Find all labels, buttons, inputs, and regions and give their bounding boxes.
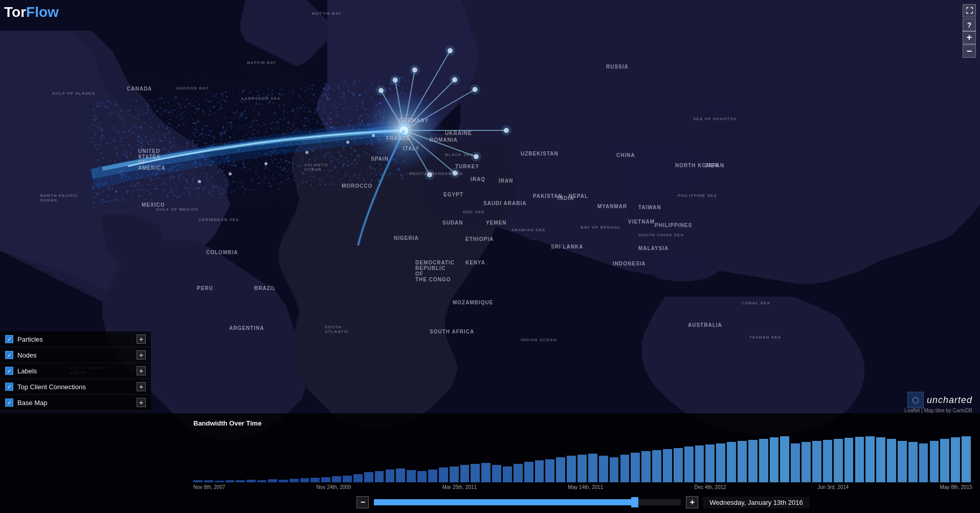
layer-checkbox-particles[interactable] [5, 335, 13, 343]
date-labels: Nov 8th, 2007Nov 24th, 2009Mar 25th, 201… [193, 484, 972, 490]
chart-bar [684, 447, 694, 482]
chart-bar [940, 439, 949, 483]
top-right-controls: ⛶ ? [963, 4, 976, 32]
chart-bar [343, 476, 352, 483]
chart-bar [386, 470, 395, 482]
chart-bar [930, 441, 939, 482]
title-tor: Tor [4, 4, 26, 20]
chart-bar [641, 451, 651, 482]
help-button[interactable]: ? [963, 18, 976, 32]
chart-bar [407, 470, 416, 482]
date-label: Mar 25th, 2011 [442, 484, 477, 490]
chart-bar [951, 437, 960, 482]
layer-item-nodes[interactable]: Nodes + [0, 347, 151, 363]
chart-bar [321, 477, 330, 482]
chart-bar [428, 470, 437, 482]
chart-bar [599, 456, 608, 482]
chart-bar [919, 443, 928, 483]
chart-bar [695, 445, 704, 482]
chart-bar [652, 450, 661, 482]
scrubber-fill [374, 499, 635, 505]
chart-bar [300, 478, 309, 482]
layer-item-labels[interactable]: Labels + [0, 363, 151, 379]
scrubber-thumb[interactable] [631, 497, 638, 507]
fullscreen-button[interactable]: ⛶ [963, 4, 976, 17]
chart-bar [791, 443, 800, 483]
chart-bar [876, 437, 885, 482]
layer-controls: Particles + Nodes + Labels + Top Client … [0, 331, 151, 411]
chart-bar [257, 480, 266, 483]
chart-bar [620, 455, 630, 482]
chart-bar [215, 481, 224, 482]
chart-bar [780, 436, 789, 482]
chart-bar [738, 441, 747, 482]
chart-bar [524, 462, 533, 483]
scrubber-minus-button[interactable]: − [357, 496, 369, 508]
scrubber-plus-button[interactable]: + [686, 496, 698, 508]
layer-add-top-client-connections[interactable]: + [137, 382, 146, 391]
date-label: Dec 4th, 2012 [695, 484, 726, 490]
chart-bar [492, 465, 501, 482]
chart-bar [844, 438, 854, 482]
chart-bar [460, 465, 470, 482]
leaflet-credit: Leaflet | Map tiles by CartoDB [904, 408, 972, 413]
chart-bar [481, 463, 491, 482]
chart-bar [204, 480, 213, 482]
chart-bar [332, 476, 341, 482]
date-label: May 8th, 2015 [940, 484, 972, 490]
zoom-in-button[interactable]: + [963, 31, 976, 44]
chart-bar [887, 439, 896, 483]
layer-checkbox-nodes[interactable] [5, 351, 13, 359]
chart-area[interactable] [193, 431, 972, 482]
layer-item-particles[interactable]: Particles + [0, 331, 151, 347]
chart-bar [279, 480, 288, 482]
chart-bar [801, 442, 811, 482]
uncharted-text: uncharted [927, 395, 972, 406]
chart-bar [417, 471, 427, 483]
chart-bar [545, 459, 554, 482]
date-label: Nov 24th, 2009 [317, 484, 351, 490]
chart-bar [898, 441, 907, 482]
layer-checkbox-labels[interactable] [5, 367, 13, 375]
uncharted-icon: ⬡ [907, 392, 924, 408]
date-label: May 14th, 2011 [568, 484, 603, 490]
chart-bar [364, 472, 373, 482]
chart-bar [226, 480, 235, 482]
layer-checkbox-base-map[interactable] [5, 398, 13, 407]
layer-add-labels[interactable]: + [137, 366, 146, 375]
timeline-title: Bandwidth Over Time [193, 419, 972, 427]
uncharted-logo: ⬡ uncharted [907, 392, 972, 408]
layer-item-top-client-connections[interactable]: Top Client Connections + [0, 379, 151, 395]
chart-bar [353, 474, 363, 482]
chart-bar [439, 467, 448, 482]
chart-bar [770, 437, 779, 482]
zoom-out-button[interactable]: − [963, 44, 976, 58]
scrubber-track[interactable] [374, 499, 681, 505]
layer-add-nodes[interactable]: + [137, 350, 146, 360]
layer-add-base-map[interactable]: + [137, 398, 146, 407]
timeline-area: Bandwidth Over Time Nov 8th, 2007Nov 24t… [186, 413, 980, 513]
layer-checkbox-top-client-connections[interactable] [5, 383, 13, 391]
chart-bar [588, 454, 597, 482]
leaflet-text: Leaflet [904, 408, 920, 413]
zoom-controls: + − [963, 31, 976, 58]
title-flow: Flow [26, 4, 59, 20]
layer-label-top-client-connections: Top Client Connections [17, 383, 86, 391]
layer-label-base-map: Base Map [17, 399, 48, 407]
chart-bar [834, 439, 843, 483]
chart-bar [759, 439, 768, 483]
date-display: Wednesday, January 13th 2016 [703, 497, 809, 508]
chart-bar [674, 448, 683, 483]
chart-bar [865, 436, 875, 482]
date-label: Jun 3rd, 2014 [817, 484, 849, 490]
layer-item-base-map[interactable]: Base Map + [0, 395, 151, 411]
chart-bar [236, 480, 245, 483]
layer-add-particles[interactable]: + [137, 334, 146, 344]
chart-bar [567, 456, 576, 482]
chart-bar [631, 453, 640, 483]
chart-bar [193, 480, 203, 483]
layer-label-particles: Particles [17, 336, 43, 343]
chart-bar [748, 440, 758, 482]
chart-bar [310, 478, 320, 482]
chart-bar [503, 466, 512, 483]
